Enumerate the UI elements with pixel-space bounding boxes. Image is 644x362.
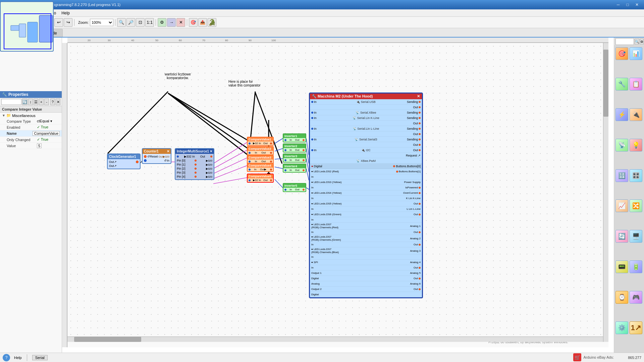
port-in-dot[interactable] [144,159,147,162]
prop-refresh-button[interactable]: 🔄 [22,99,28,105]
c3-in-dot[interactable] [249,161,251,163]
upload-button[interactable]: → [167,18,176,27]
compare-node-2[interactable]: CompareValue2 In Out [247,146,274,155]
inverter-node-2[interactable]: Inverter2 In Out [283,143,306,153]
horizontal-scrollbar[interactable] [67,337,603,342]
palette-item-3[interactable]: 📋 [630,78,642,90]
stop-button[interactable]: ✕ [176,18,185,27]
palette-item-17[interactable]: 🎮 [630,291,642,304]
vertical-scrollbar[interactable] [603,43,608,342]
port-reset-dot[interactable] [144,155,147,158]
inv5-out-dot[interactable] [303,189,305,191]
inv3-in-dot[interactable] [284,159,286,161]
prop-only-changed-value[interactable]: ✓ True [37,137,48,142]
c4-out-dot[interactable] [270,169,272,171]
compile-button[interactable]: ⚙ [158,18,166,27]
zoom-out-button[interactable]: 🔎 [126,18,135,27]
palette-item-19[interactable]: 1↗ [630,321,642,334]
prop-filter-button[interactable]: ☰ [34,99,38,105]
export-button[interactable]: 📤 [198,18,207,27]
inv5-in-dot[interactable] [284,189,286,191]
node-clock-generator[interactable]: ClockGenerator1 Out↗ Out↗ [107,154,141,169]
palette-item-13[interactable]: 🖥️ [630,230,642,243]
palette-settings-button[interactable]: ⚙ [640,39,644,45]
prop-collapse-button[interactable]: - [44,99,49,105]
inv2-in-dot[interactable] [284,149,286,151]
redo-button[interactable]: ↪ [64,18,72,27]
macchina-controls[interactable]: ✕ [417,94,420,99]
multisource-close[interactable]: ✕ [210,149,212,153]
palette-search-input[interactable] [615,38,634,45]
palette-item-6[interactable]: 📡 [615,139,628,152]
pin4-dot[interactable] [195,176,197,178]
palette-item-5[interactable]: 🔌 [630,108,642,121]
palette-item-4[interactable]: ⚡ [615,108,628,121]
serial-button[interactable]: Serial [32,355,48,360]
palette-item-15[interactable]: 🔋 [630,260,642,273]
ms-out-dot[interactable] [210,156,212,158]
zoom-100-button[interactable]: 1:1 [145,18,154,27]
inv1-in-dot[interactable] [284,139,286,141]
c2-out-dot[interactable] [270,152,272,154]
pin2-dot[interactable] [195,168,197,170]
close-button[interactable]: ✕ [633,1,641,8]
palette-item-1[interactable]: 📊 [630,47,642,60]
inv3-out-dot[interactable] [303,159,305,161]
prop-search-input[interactable] [1,99,21,105]
compare-node-4[interactable]: CompareValue4 In Out▶ [247,163,274,172]
maximize-button[interactable]: □ [623,1,632,8]
prop-enabled-value[interactable]: ✓ True [37,125,48,129]
palette-item-12[interactable]: 🔄 [615,230,628,243]
palette-item-14[interactable]: 📟 [615,260,628,273]
palette-search-button[interactable]: 🔍 [635,39,639,45]
prop-name-value[interactable]: CompareValue [33,131,60,136]
inv4-in-dot[interactable] [284,169,286,171]
minimize-button[interactable]: ─ [614,1,623,8]
prop-expand-button[interactable]: + [39,99,44,105]
ms-in-dot[interactable] [177,156,179,158]
fit-button[interactable]: ⊡ [136,18,145,27]
buttons0-dot[interactable] [393,165,395,167]
palette-item-11[interactable]: 🔀 [630,199,642,212]
c4-in-dot[interactable] [249,169,251,171]
inverter-node-4[interactable]: Inverter4 In Out [283,164,306,173]
inverter-node-3[interactable]: Inverter3 In Out [283,154,306,163]
zoom-select[interactable]: 100% 50% 75% 125% 150% [90,19,113,26]
palette-item-9[interactable]: 🎛️ [630,169,642,182]
visuino-button[interactable]: 🐊 [208,18,216,27]
inv4-out-dot[interactable] [303,169,305,171]
canvas-main[interactable]: wartości liczbowekomparatorów. Here is p… [67,43,608,347]
macchina-block[interactable]: 🔧 Macchina M2 (Under The Hood) ✕ In 🔌 Se… [309,93,423,298]
pin0-dot[interactable] [195,160,197,162]
c2-in-dot[interactable] [249,152,251,154]
palette-item-0[interactable]: 🎯 [615,47,628,60]
c5-in-dot[interactable] [249,179,251,181]
node-counter[interactable]: Counter1 ✕ ↺Reset Out▶320 ↺In [142,148,171,164]
inv2-out-dot[interactable] [303,149,305,151]
prop-close-button[interactable]: ✕ [56,99,60,105]
inverter-node-5[interactable]: Inverter5 In Out [283,183,306,192]
undo-button[interactable]: ↩ [54,18,63,27]
inverter-node-1[interactable]: Inverter1 In Out [283,133,306,142]
zoom-in-button[interactable]: 🔍 [117,18,126,27]
c1-in-dot[interactable] [249,142,251,144]
prop-group-miscellaneous[interactable]: ▼ 📁 Miscellaneous [0,113,62,118]
compare-node-3[interactable]: CompareValue3 In Out [247,155,274,164]
palette-item-18[interactable]: ⚙️ [615,321,628,334]
c1-out-dot[interactable] [270,142,272,144]
port-out-dot[interactable] [136,161,139,163]
palette-item-8[interactable]: 🔢 [615,169,628,182]
node-integer-multisource[interactable]: IntegerMultiSource1 ✕ ▶332 In Out Pin [0… [175,148,214,180]
c5-out-dot[interactable] [270,179,272,181]
palette-item-7[interactable]: 💡 [630,139,642,152]
compare-node-1[interactable]: CompareValue1 ▶32 In Out [247,137,274,146]
prop-value-value[interactable]: 5 [37,143,42,148]
pin1-dot[interactable] [195,164,197,166]
c3-out-dot[interactable] [270,161,272,163]
prop-help-button[interactable]: ? [50,99,55,105]
menu-help[interactable]: Help [59,10,72,16]
palette-item-2[interactable]: 🔧 [615,78,628,90]
counter-close[interactable]: ✕ [167,149,169,153]
canvas-area[interactable]: 20 30 40 50 60 70 80 90 100 [62,38,614,353]
prop-sort-button[interactable]: ↕ [28,99,33,105]
